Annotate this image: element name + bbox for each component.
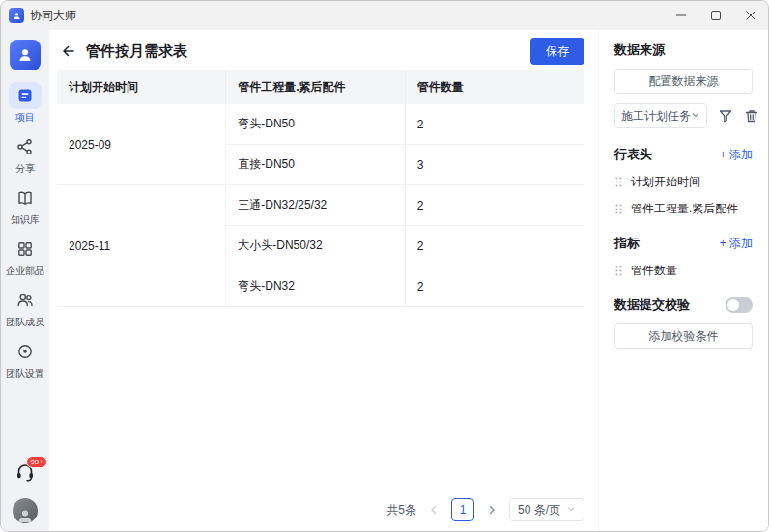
drag-handle-icon[interactable] xyxy=(614,265,623,277)
row-headers-section-head: 行表头 + 添加 xyxy=(614,146,753,163)
sidebar-item-enterprise-parts[interactable]: 企业部品 xyxy=(2,236,48,278)
back-button[interactable] xyxy=(61,43,76,59)
maximize-button[interactable] xyxy=(698,1,733,30)
content-header: 管件按月需求表 保存 xyxy=(57,36,584,67)
fitting-cell: 弯头-DN50 xyxy=(226,104,406,145)
sidebar-item-label: 项目 xyxy=(15,111,35,125)
app-logo-icon xyxy=(9,8,24,23)
metric-item-label: 管件数量 xyxy=(631,263,677,279)
enterprise-parts-icon xyxy=(9,236,42,263)
row-header-item[interactable]: 管件工程量.紧后配件 xyxy=(614,201,753,217)
qty-cell: 2 xyxy=(405,104,584,145)
fitting-cell: 大小头-DN50/32 xyxy=(226,226,406,266)
qty-cell: 3 xyxy=(405,145,584,185)
validation-section-head: 数据提交校验 xyxy=(614,296,753,314)
current-page[interactable]: 1 xyxy=(451,498,474,521)
filter-icon[interactable] xyxy=(718,108,733,124)
add-validation-button[interactable]: 添加校验条件 xyxy=(614,323,753,349)
chevron-down-icon xyxy=(691,109,700,123)
qty-cell: 2 xyxy=(405,185,584,226)
column-header-quantity: 管件数量 xyxy=(405,70,584,104)
sidebar: 项目 分享 知识库 xyxy=(1,30,49,531)
row-header-item-label: 计划开始时间 xyxy=(631,174,700,190)
data-source-title: 数据来源 xyxy=(614,42,753,59)
date-cell: 2025-11 xyxy=(57,185,226,307)
main-content: 管件按月需求表 保存 计划开始时间 管件工程量.紧后配件 管件数量 2025-0… xyxy=(49,30,598,531)
sidebar-item-label: 知识库 xyxy=(11,213,40,227)
chevron-down-icon xyxy=(566,503,576,517)
page-title: 管件按月需求表 xyxy=(86,42,187,61)
sidebar-item-share[interactable]: 分享 xyxy=(2,133,48,176)
next-page-button[interactable] xyxy=(482,498,501,521)
metric-item[interactable]: 管件数量 xyxy=(614,263,753,279)
metrics-title: 指标 xyxy=(614,235,640,252)
row-headers-title: 行表头 xyxy=(614,146,652,163)
sidebar-item-label: 分享 xyxy=(15,162,35,176)
headset-icon xyxy=(14,469,36,486)
fitting-cell: 三通-DN32/25/32 xyxy=(226,185,406,226)
drag-handle-icon[interactable] xyxy=(614,176,623,188)
drag-handle-icon[interactable] xyxy=(614,203,623,215)
page-size-select[interactable]: 50 条/页 xyxy=(509,498,584,521)
save-button[interactable]: 保存 xyxy=(530,38,584,65)
workspace-avatar[interactable] xyxy=(10,40,41,70)
row-header-item[interactable]: 计划开始时间 xyxy=(614,174,753,190)
configure-datasource-button[interactable]: 配置数据来源 xyxy=(614,69,753,94)
user-avatar[interactable] xyxy=(13,498,38,523)
page-size-label: 50 条/页 xyxy=(518,502,560,518)
qty-cell: 2 xyxy=(405,226,584,266)
notification-button[interactable]: 99+ xyxy=(14,462,36,487)
demand-table: 计划开始时间 管件工程量.紧后配件 管件数量 2025-09 弯头-DN50 2… xyxy=(57,70,584,307)
fitting-cell: 直接-DN50 xyxy=(226,145,406,185)
table-row: 2025-09 弯头-DN50 2 xyxy=(57,104,584,145)
config-panel: 数据来源 配置数据来源 施工计划任务 xyxy=(598,30,768,531)
sidebar-item-label: 企业部品 xyxy=(6,265,44,278)
app-title: 协同大师 xyxy=(30,8,76,24)
notification-badge: 99+ xyxy=(26,456,47,468)
delete-icon[interactable] xyxy=(744,108,759,124)
prev-page-button[interactable] xyxy=(424,498,443,521)
task-select-value: 施工计划任务 xyxy=(621,108,691,125)
table-row: 2025-11 三通-DN32/25/32 2 xyxy=(57,185,584,226)
column-header-fitting: 管件工程量.紧后配件 xyxy=(226,70,406,104)
close-button[interactable] xyxy=(733,1,768,30)
content-spacer xyxy=(57,307,584,492)
app-window: 协同大师 xyxy=(0,0,769,532)
metrics-section-head: 指标 + 添加 xyxy=(614,235,753,252)
total-count: 共5条 xyxy=(386,502,416,518)
sidebar-item-project[interactable]: 项目 xyxy=(2,82,48,125)
row-header-item-label: 管件工程量.紧后配件 xyxy=(631,201,738,217)
share-icon xyxy=(9,133,42,160)
sidebar-bottom: 99+ xyxy=(13,462,38,523)
window-controls xyxy=(664,1,768,30)
task-select[interactable]: 施工计划任务 xyxy=(614,103,707,128)
sidebar-item-label: 团队成员 xyxy=(6,316,44,329)
titlebar: 协同大师 xyxy=(1,1,768,30)
sidebar-item-team-members[interactable]: 团队成员 xyxy=(2,287,48,329)
pagination: 共5条 1 50 条/页 xyxy=(57,492,584,521)
column-header-start-time: 计划开始时间 xyxy=(57,70,226,104)
sidebar-item-knowledge-base[interactable]: 知识库 xyxy=(2,184,48,227)
toggle-knob xyxy=(727,299,739,311)
knowledge-base-icon xyxy=(9,184,42,211)
fitting-cell: 弯头-DN32 xyxy=(226,266,406,307)
qty-cell: 2 xyxy=(405,266,584,307)
add-row-header-button[interactable]: + 添加 xyxy=(720,147,753,163)
project-icon xyxy=(9,82,42,109)
validation-title: 数据提交校验 xyxy=(614,296,690,314)
add-metric-button[interactable]: + 添加 xyxy=(720,236,753,252)
sidebar-item-label: 团队设置 xyxy=(6,367,44,380)
team-members-icon xyxy=(9,287,42,314)
date-cell: 2025-09 xyxy=(57,104,226,185)
titlebar-left: 协同大师 xyxy=(1,8,76,24)
table-header-row: 计划开始时间 管件工程量.紧后配件 管件数量 xyxy=(57,70,584,104)
datasource-row: 施工计划任务 xyxy=(614,103,753,128)
app-body: 项目 分享 知识库 xyxy=(1,30,768,531)
validation-toggle[interactable] xyxy=(726,297,753,313)
minimize-button[interactable] xyxy=(664,1,698,30)
sidebar-item-team-settings[interactable]: 团队设置 xyxy=(2,338,48,380)
team-settings-icon xyxy=(9,338,42,365)
